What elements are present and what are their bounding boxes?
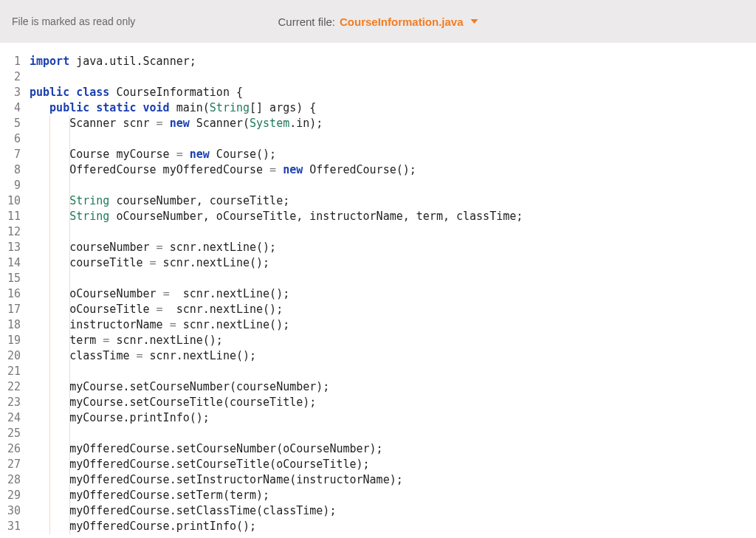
- code-line: [30, 426, 756, 441]
- line-number: 1: [0, 54, 25, 69]
- line-number: 21: [0, 364, 25, 379]
- indent-guide: [69, 240, 70, 255]
- indent-guide: [69, 395, 70, 410]
- readonly-message: File is marked as read only: [12, 15, 135, 27]
- code-editor: 1234567891011121314151617181920212223242…: [0, 43, 756, 538]
- line-number: 11: [0, 209, 25, 224]
- line-number: 30: [0, 503, 25, 519]
- indent-guide: [69, 426, 70, 441]
- current-file-label: Current file:: [278, 15, 335, 28]
- indent-guide: [49, 395, 50, 410]
- indent-guide: [49, 162, 50, 178]
- line-number: 31: [0, 519, 25, 534]
- indent-guide: [49, 131, 50, 147]
- line-number-gutter: 1234567891011121314151617181920212223242…: [0, 43, 25, 538]
- indent-guide: [49, 116, 50, 131]
- indent-guide: [69, 333, 70, 348]
- line-number: 16: [0, 286, 25, 302]
- code-line: Scanner scnr = new Scanner(System.in);: [30, 116, 756, 131]
- code-line: courseNumber = scnr.nextLine();: [30, 240, 756, 255]
- indent-guide: [69, 147, 70, 162]
- code-line: myOfferedCourse.setCourseTitle(oCourseTi…: [30, 457, 756, 472]
- line-number: 6: [0, 131, 25, 147]
- line-number: 22: [0, 379, 25, 395]
- code-line: instructorName = scnr.nextLine();: [30, 317, 756, 333]
- code-line: courseTitle = scnr.nextLine();: [30, 255, 756, 271]
- indent-guide: [69, 441, 70, 457]
- indent-guide: [49, 333, 50, 348]
- code-line: myCourse.setCourseNumber(courseNumber);: [30, 379, 756, 395]
- indent-guide: [69, 410, 70, 426]
- indent-guide: [69, 193, 70, 209]
- line-number: 12: [0, 224, 25, 240]
- line-number: 26: [0, 441, 25, 457]
- code-line: myOfferedCourse.printInfo();: [30, 519, 756, 534]
- indent-guide: [49, 472, 50, 488]
- line-number: 18: [0, 317, 25, 333]
- indent-guide: [69, 379, 70, 395]
- code-line: term = scnr.nextLine();: [30, 333, 756, 348]
- indent-guide: [49, 286, 50, 302]
- line-number: 10: [0, 193, 25, 209]
- indent-guide: [49, 441, 50, 457]
- indent-guide: [49, 302, 50, 317]
- indent-guide: [49, 255, 50, 271]
- indent-guide: [49, 348, 50, 364]
- indent-guide: [49, 364, 50, 379]
- line-number: 19: [0, 333, 25, 348]
- indent-guide: [49, 379, 50, 395]
- indent-guide: [69, 519, 70, 534]
- code-line: [30, 178, 756, 193]
- line-number: 28: [0, 472, 25, 488]
- indent-guide: [69, 286, 70, 302]
- code-line: oCourseTitle = scnr.nextLine();: [30, 302, 756, 317]
- current-file-selector[interactable]: Current file: CourseInformation.java: [278, 15, 478, 28]
- code-line: String courseNumber, courseTitle;: [30, 193, 756, 209]
- indent-guide: [69, 503, 70, 519]
- indent-guide: [69, 488, 70, 503]
- indent-guide: [49, 240, 50, 255]
- code-line: oCourseNumber = scnr.nextLine();: [30, 286, 756, 302]
- indent-guide: [69, 162, 70, 178]
- code-area[interactable]: import java.util.Scanner;public class Co…: [25, 43, 756, 538]
- line-number: 3: [0, 85, 25, 100]
- header-bar: File is marked as read only Current file…: [0, 0, 756, 43]
- indent-guide: [49, 193, 50, 209]
- code-line: [30, 271, 756, 286]
- indent-guide: [69, 255, 70, 271]
- indent-guide: [49, 317, 50, 333]
- code-line: [30, 224, 756, 240]
- line-number: 17: [0, 302, 25, 317]
- indent-guide: [49, 410, 50, 426]
- line-number: 13: [0, 240, 25, 255]
- indent-guide: [49, 178, 50, 193]
- line-number: 8: [0, 162, 25, 178]
- indent-guide: [69, 364, 70, 379]
- indent-guide: [49, 271, 50, 286]
- code-line: myCourse.printInfo();: [30, 410, 756, 426]
- indent-guide: [49, 426, 50, 441]
- indent-guide: [49, 209, 50, 224]
- code-line: [30, 131, 756, 147]
- indent-guide: [69, 116, 70, 131]
- chevron-down-icon: [471, 19, 478, 24]
- code-line: myCourse.setCourseTitle(courseTitle);: [30, 395, 756, 410]
- line-number: 25: [0, 426, 25, 441]
- indent-guide: [49, 224, 50, 240]
- line-number: 9: [0, 178, 25, 193]
- code-line: [30, 69, 756, 85]
- indent-guide: [49, 147, 50, 162]
- line-number: 14: [0, 255, 25, 271]
- indent-guide: [69, 472, 70, 488]
- indent-guide: [69, 348, 70, 364]
- line-number: 29: [0, 488, 25, 503]
- line-number: 24: [0, 410, 25, 426]
- line-number: 5: [0, 116, 25, 131]
- indent-guide: [49, 457, 50, 472]
- indent-guide: [69, 457, 70, 472]
- current-file-name: CourseInformation.java: [340, 15, 464, 28]
- code-line: public class CourseInformation {: [30, 85, 756, 100]
- code-line: [30, 364, 756, 379]
- indent-guide: [69, 178, 70, 193]
- code-line: Course myCourse = new Course();: [30, 147, 756, 162]
